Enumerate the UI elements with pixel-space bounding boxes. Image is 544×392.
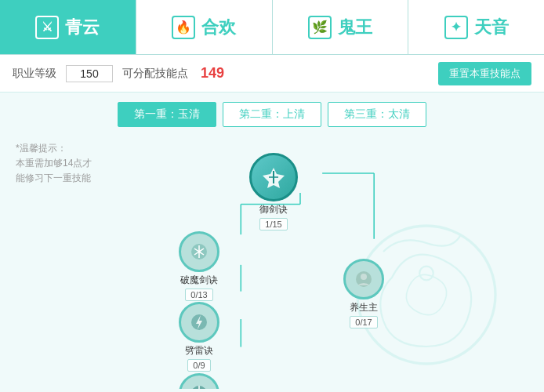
tab-qingyun[interactable]: ⚔ 青云: [0, 0, 136, 54]
yujian-icon: [261, 165, 286, 190]
tab-hehuan-label: 合欢: [201, 16, 236, 39]
skill-circle-pilei[interactable]: [179, 302, 219, 343]
tab-tianyin-label: 天音: [474, 16, 509, 39]
skill-counter-pomo: 0/13: [185, 289, 212, 301]
tianyin-icon: ✦: [444, 16, 468, 39]
skill-circle-pomo[interactable]: [179, 231, 219, 272]
skill-node-pomo[interactable]: 破魔剑诀 0/13: [179, 231, 219, 301]
header: ⚔ 青云 🔥 合欢 🌿 鬼王 ✦ 天音: [0, 0, 544, 55]
main-content: *温馨提示： 本重需加够14点才 能修习下一重技能: [0, 133, 544, 389]
tab-guiwang[interactable]: 🌿 鬼王: [273, 0, 409, 54]
tab-qingyun-label: 青云: [65, 16, 100, 39]
skill-counter-pilei: 0/9: [187, 359, 210, 372]
skill-label-yujian: 御剑诀: [259, 203, 288, 216]
svg-point-1: [419, 267, 433, 281]
job-level-value: 150: [66, 65, 113, 82]
points-value: 149: [201, 65, 224, 82]
points-label: 可分配技能点: [122, 67, 188, 81]
skill-node-pilei[interactable]: 劈雷诀 0/9: [179, 302, 219, 372]
skill-label-yangsheng: 养生主: [350, 301, 378, 314]
tier-tabs: 第一重：玉清 第二重：上清 第三重：太清: [0, 93, 544, 133]
skill-circle-yujian[interactable]: [249, 153, 298, 201]
skill-label-pomo: 破魔剑诀: [180, 274, 218, 287]
skill-label-pilei: 劈雷诀: [185, 344, 213, 358]
hehuan-icon: 🔥: [172, 16, 195, 39]
reset-button[interactable]: 重置本重技能点: [438, 62, 531, 85]
tier-tab-1[interactable]: 第一重：玉清: [118, 102, 216, 127]
skill-counter-yangsheng: 0/17: [350, 316, 377, 328]
tier-tab-3[interactable]: 第三重：太清: [328, 102, 426, 127]
guiwang-icon: 🌿: [308, 16, 332, 39]
skill-node-yujian[interactable]: 御剑诀 1/15: [249, 153, 298, 230]
tab-guiwang-label: 鬼王: [338, 16, 372, 39]
skill-circle-yangsheng[interactable]: [343, 259, 384, 299]
skill-node-wuqi[interactable]: 五气朝元 0/16: [179, 373, 219, 389]
tab-hehuan[interactable]: 🔥 合欢: [136, 0, 273, 54]
skill-circle-wuqi[interactable]: [179, 373, 219, 389]
skill-node-yangsheng[interactable]: 养生主 0/17: [343, 259, 384, 328]
wuqi-icon: [188, 383, 210, 389]
skill-counter-yujian: 1/15: [259, 218, 287, 230]
tier-tab-2[interactable]: 第二重：上清: [223, 102, 321, 127]
svg-point-22: [361, 274, 367, 280]
pilei-icon: [188, 311, 210, 333]
control-bar: 职业等级 150 可分配技能点 149 重置本重技能点: [0, 55, 544, 93]
pomo-icon: [188, 241, 210, 263]
yangsheng-icon: [353, 268, 375, 290]
skill-tree: 御剑诀 1/15 破魔剑诀 0/13: [78, 141, 528, 381]
tab-tianyin[interactable]: ✦ 天音: [408, 0, 544, 54]
job-level-label: 职业等级: [13, 67, 56, 81]
qingyun-icon: ⚔: [35, 16, 59, 39]
